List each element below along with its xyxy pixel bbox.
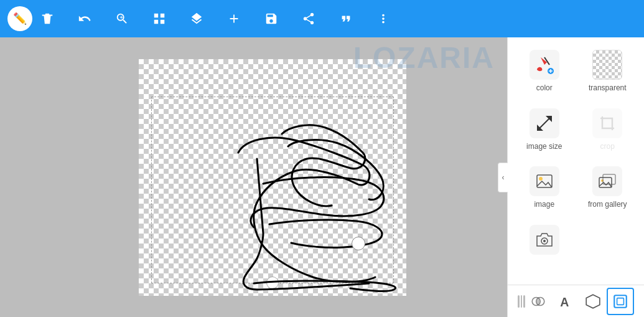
add-button[interactable] xyxy=(222,6,246,31)
delete-button[interactable] xyxy=(35,6,60,31)
bottom-bar: A xyxy=(508,285,644,317)
panel-item-crop: crop xyxy=(579,103,637,157)
svg-text:A: A xyxy=(561,295,569,308)
drag-handle[interactable] xyxy=(518,295,525,308)
right-panel: ‹ color xyxy=(507,37,644,317)
blend-icon-button[interactable] xyxy=(525,288,553,315)
panel-item-image[interactable]: image xyxy=(515,161,574,215)
share-button[interactable] xyxy=(296,6,321,31)
image-label: image xyxy=(534,200,554,210)
edit-delete-group: ✏️ xyxy=(7,6,60,31)
layer-icon-button[interactable] xyxy=(607,288,634,315)
panel-item-color[interactable]: color xyxy=(515,45,574,98)
panel-item-camera[interactable] xyxy=(515,220,574,263)
color-label: color xyxy=(536,83,553,93)
main-area: LOZARIA xyxy=(0,37,644,317)
crop-label: crop xyxy=(600,142,615,152)
image-icon xyxy=(530,166,559,196)
image-size-icon xyxy=(530,108,559,138)
svg-rect-21 xyxy=(614,295,627,308)
save-button[interactable] xyxy=(259,6,284,31)
panel-item-transparent[interactable]: transparent xyxy=(579,45,637,98)
checkerboard-canvas[interactable] xyxy=(139,59,406,296)
collapse-panel-button[interactable]: ‹ xyxy=(498,163,508,192)
shape-icon-button[interactable] xyxy=(579,288,607,315)
panel-item-image-size[interactable]: image size xyxy=(515,103,574,157)
edit-button[interactable]: ✏️ xyxy=(7,6,32,31)
canvas-area[interactable]: LOZARIA xyxy=(0,37,507,317)
undo-button[interactable] xyxy=(72,6,97,31)
layers-button[interactable] xyxy=(184,6,209,31)
grid-button[interactable] xyxy=(147,6,172,31)
zoom-button[interactable] xyxy=(110,6,134,31)
transparent-icon xyxy=(592,50,622,80)
outer-circle-button[interactable] xyxy=(352,237,365,250)
svg-rect-6 xyxy=(597,113,617,133)
text-icon-button[interactable]: A xyxy=(552,288,579,315)
color-icon xyxy=(530,50,559,80)
svg-point-9 xyxy=(539,177,543,181)
canvas-wrapper xyxy=(139,59,406,296)
toolbar: ✏️ xyxy=(0,0,644,37)
selection-border xyxy=(151,97,394,283)
signature-svg xyxy=(139,59,406,296)
panel-grid: color transparent image si xyxy=(508,37,644,285)
camera-icon xyxy=(530,225,559,255)
more-button[interactable] xyxy=(371,6,396,31)
selection-handle[interactable] xyxy=(266,277,279,289)
crop-icon xyxy=(592,108,622,138)
svg-rect-22 xyxy=(617,298,624,305)
gallery-icon xyxy=(592,166,622,196)
image-size-label: image size xyxy=(526,142,562,152)
transparent-label: transparent xyxy=(589,83,627,93)
quote-button[interactable] xyxy=(334,6,358,31)
from-gallery-label: from gallery xyxy=(588,200,627,210)
svg-marker-20 xyxy=(586,295,600,308)
svg-point-16 xyxy=(543,240,546,242)
svg-rect-7 xyxy=(534,171,554,191)
panel-item-from-gallery[interactable]: from gallery xyxy=(579,161,637,215)
